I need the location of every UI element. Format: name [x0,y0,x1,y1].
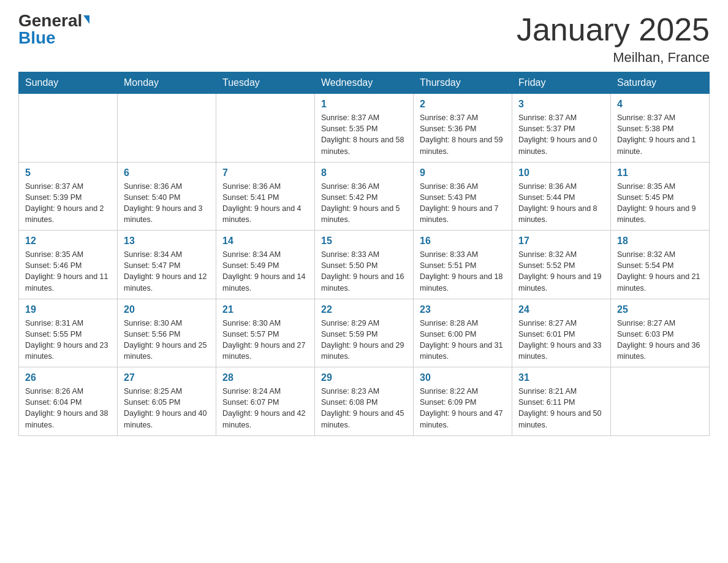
calendar-day-cell: 10Sunrise: 8:36 AM Sunset: 5:44 PM Dayli… [512,162,611,231]
calendar-day-cell: 24Sunrise: 8:27 AM Sunset: 6:01 PM Dayli… [512,299,611,367]
calendar-day-cell: 11Sunrise: 8:35 AM Sunset: 5:45 PM Dayli… [611,162,710,231]
calendar-day-cell: 9Sunrise: 8:36 AM Sunset: 5:43 PM Daylig… [414,162,512,231]
day-number: 16 [420,236,506,247]
logo: General Blue [18,12,89,47]
day-info: Sunrise: 8:36 AM Sunset: 5:41 PM Dayligh… [222,181,308,226]
day-info: Sunrise: 8:30 AM Sunset: 5:57 PM Dayligh… [222,318,308,362]
calendar-day-cell: 13Sunrise: 8:34 AM Sunset: 5:47 PM Dayli… [118,231,216,299]
day-info: Sunrise: 8:35 AM Sunset: 5:46 PM Dayligh… [25,249,111,294]
calendar-day-cell [611,367,710,436]
calendar-day-cell: 15Sunrise: 8:33 AM Sunset: 5:50 PM Dayli… [315,231,414,299]
day-of-week-header: Wednesday [315,72,414,94]
day-number: 31 [518,372,604,383]
calendar-day-cell: 18Sunrise: 8:32 AM Sunset: 5:54 PM Dayli… [611,231,710,299]
day-info: Sunrise: 8:27 AM Sunset: 6:03 PM Dayligh… [617,318,703,362]
calendar-day-cell: 30Sunrise: 8:22 AM Sunset: 6:09 PM Dayli… [414,367,512,436]
day-info: Sunrise: 8:24 AM Sunset: 6:07 PM Dayligh… [222,386,308,431]
day-info: Sunrise: 8:25 AM Sunset: 6:05 PM Dayligh… [124,386,210,431]
calendar-day-cell [19,94,118,163]
calendar-week-row: 12Sunrise: 8:35 AM Sunset: 5:46 PM Dayli… [19,231,710,299]
logo-blue-text: Blue [18,29,56,47]
day-of-week-header: Thursday [414,72,512,94]
day-number: 15 [321,236,407,247]
day-info: Sunrise: 8:30 AM Sunset: 5:56 PM Dayligh… [124,318,210,362]
title-block: January 2025 Meilhan, France [517,12,710,66]
day-info: Sunrise: 8:37 AM Sunset: 5:36 PM Dayligh… [420,112,506,157]
calendar-table: SundayMondayTuesdayWednesdayThursdayFrid… [18,72,710,436]
day-info: Sunrise: 8:21 AM Sunset: 6:11 PM Dayligh… [518,386,604,431]
calendar-day-cell: 1Sunrise: 8:37 AM Sunset: 5:35 PM Daylig… [315,94,414,163]
day-info: Sunrise: 8:36 AM Sunset: 5:43 PM Dayligh… [420,181,506,226]
day-number: 14 [222,236,308,247]
day-info: Sunrise: 8:37 AM Sunset: 5:39 PM Dayligh… [25,181,111,226]
day-info: Sunrise: 8:28 AM Sunset: 6:00 PM Dayligh… [420,318,506,362]
calendar-day-cell [216,94,315,163]
calendar-day-cell: 16Sunrise: 8:33 AM Sunset: 5:51 PM Dayli… [414,231,512,299]
day-info: Sunrise: 8:23 AM Sunset: 6:08 PM Dayligh… [321,386,407,431]
day-number: 20 [124,304,210,315]
calendar-day-cell: 25Sunrise: 8:27 AM Sunset: 6:03 PM Dayli… [611,299,710,367]
day-number: 30 [420,372,506,383]
day-number: 2 [420,99,506,110]
day-info: Sunrise: 8:34 AM Sunset: 5:47 PM Dayligh… [124,249,210,294]
calendar-day-cell: 6Sunrise: 8:36 AM Sunset: 5:40 PM Daylig… [118,162,216,231]
day-info: Sunrise: 8:31 AM Sunset: 5:55 PM Dayligh… [25,318,111,362]
calendar-day-cell: 19Sunrise: 8:31 AM Sunset: 5:55 PM Dayli… [19,299,118,367]
day-of-week-header: Monday [118,72,216,94]
calendar-day-cell: 29Sunrise: 8:23 AM Sunset: 6:08 PM Dayli… [315,367,414,436]
day-number: 5 [25,167,111,178]
day-info: Sunrise: 8:32 AM Sunset: 5:52 PM Dayligh… [518,249,604,294]
day-number: 24 [518,304,604,315]
day-info: Sunrise: 8:29 AM Sunset: 5:59 PM Dayligh… [321,318,407,362]
day-info: Sunrise: 8:36 AM Sunset: 5:42 PM Dayligh… [321,181,407,226]
day-number: 3 [518,99,604,110]
day-number: 22 [321,304,407,315]
calendar-week-row: 5Sunrise: 8:37 AM Sunset: 5:39 PM Daylig… [19,162,710,231]
calendar-day-cell: 12Sunrise: 8:35 AM Sunset: 5:46 PM Dayli… [19,231,118,299]
calendar-day-cell: 27Sunrise: 8:25 AM Sunset: 6:05 PM Dayli… [118,367,216,436]
calendar-header: SundayMondayTuesdayWednesdayThursdayFrid… [19,72,710,94]
calendar-day-cell: 21Sunrise: 8:30 AM Sunset: 5:57 PM Dayli… [216,299,315,367]
day-number: 18 [617,236,703,247]
day-info: Sunrise: 8:27 AM Sunset: 6:01 PM Dayligh… [518,318,604,362]
calendar-day-cell: 3Sunrise: 8:37 AM Sunset: 5:37 PM Daylig… [512,94,611,163]
day-info: Sunrise: 8:36 AM Sunset: 5:44 PM Dayligh… [518,181,604,226]
day-info: Sunrise: 8:37 AM Sunset: 5:37 PM Dayligh… [518,112,604,157]
day-number: 25 [617,304,703,315]
day-info: Sunrise: 8:36 AM Sunset: 5:40 PM Dayligh… [124,181,210,226]
logo-arrow-icon [83,15,89,24]
calendar-day-cell: 2Sunrise: 8:37 AM Sunset: 5:36 PM Daylig… [414,94,512,163]
day-info: Sunrise: 8:35 AM Sunset: 5:45 PM Dayligh… [617,181,703,226]
calendar-day-cell: 23Sunrise: 8:28 AM Sunset: 6:00 PM Dayli… [414,299,512,367]
calendar-week-row: 19Sunrise: 8:31 AM Sunset: 5:55 PM Dayli… [19,299,710,367]
day-info: Sunrise: 8:32 AM Sunset: 5:54 PM Dayligh… [617,249,703,294]
day-of-week-header: Saturday [611,72,710,94]
day-info: Sunrise: 8:26 AM Sunset: 6:04 PM Dayligh… [25,386,111,431]
calendar-week-row: 1Sunrise: 8:37 AM Sunset: 5:35 PM Daylig… [19,94,710,163]
calendar-week-row: 26Sunrise: 8:26 AM Sunset: 6:04 PM Dayli… [19,367,710,436]
day-number: 13 [124,236,210,247]
calendar-day-cell: 14Sunrise: 8:34 AM Sunset: 5:49 PM Dayli… [216,231,315,299]
day-info: Sunrise: 8:37 AM Sunset: 5:38 PM Dayligh… [617,112,703,157]
page-header: General Blue January 2025 Meilhan, Franc… [18,12,710,66]
day-number: 29 [321,372,407,383]
calendar-day-cell: 31Sunrise: 8:21 AM Sunset: 6:11 PM Dayli… [512,367,611,436]
calendar-day-cell: 8Sunrise: 8:36 AM Sunset: 5:42 PM Daylig… [315,162,414,231]
day-info: Sunrise: 8:37 AM Sunset: 5:35 PM Dayligh… [321,112,407,157]
calendar-body: 1Sunrise: 8:37 AM Sunset: 5:35 PM Daylig… [19,94,710,436]
day-number: 28 [222,372,308,383]
day-of-week-header: Friday [512,72,611,94]
days-of-week-row: SundayMondayTuesdayWednesdayThursdayFrid… [19,72,710,94]
day-number: 9 [420,167,506,178]
day-number: 7 [222,167,308,178]
calendar-subtitle: Meilhan, France [517,50,710,66]
calendar-day-cell [118,94,216,163]
calendar-day-cell: 4Sunrise: 8:37 AM Sunset: 5:38 PM Daylig… [611,94,710,163]
calendar-day-cell: 28Sunrise: 8:24 AM Sunset: 6:07 PM Dayli… [216,367,315,436]
calendar-day-cell: 7Sunrise: 8:36 AM Sunset: 5:41 PM Daylig… [216,162,315,231]
day-number: 19 [25,304,111,315]
day-number: 8 [321,167,407,178]
day-of-week-header: Sunday [19,72,118,94]
day-info: Sunrise: 8:34 AM Sunset: 5:49 PM Dayligh… [222,249,308,294]
day-of-week-header: Tuesday [216,72,315,94]
